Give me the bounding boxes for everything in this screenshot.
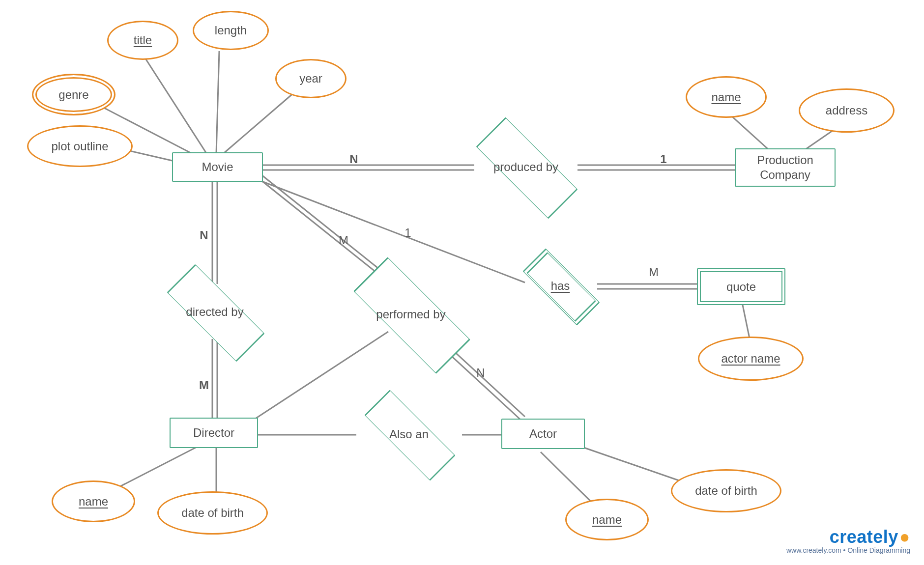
entity-label: quote (726, 280, 756, 294)
entity-movie: Movie (172, 152, 263, 182)
card-pc-produced-1: 1 (654, 152, 673, 166)
attr-label: date of birth (695, 483, 757, 498)
attr-quote-actor-name: actor name (698, 337, 804, 381)
entity-label: Actor (529, 426, 557, 441)
attr-pc-address: address (799, 88, 895, 133)
card-movie-has-1: 1 (398, 226, 418, 240)
card-actor-performed-n: N (471, 366, 491, 380)
card-director-directed-m: M (194, 378, 214, 392)
watermark-sub: www.creately.com • Online Diagramming (786, 546, 910, 554)
card-movie-directed-n: N (194, 228, 214, 242)
entity-label: Director (193, 425, 234, 440)
card-movie-performed-m: M (334, 233, 353, 247)
attr-director-name: name (52, 480, 135, 522)
attr-label: length (215, 23, 247, 38)
er-diagram-canvas: genre title length year plot outline nam… (0, 0, 924, 565)
card-quote-has-m: M (644, 265, 664, 279)
attr-plot-outline: plot outline (27, 125, 133, 167)
watermark-brand: creately● (786, 527, 910, 547)
attr-genre: genre (32, 74, 116, 115)
svg-line-1 (143, 54, 206, 153)
attr-label: address (826, 103, 867, 118)
connector-layer (0, 0, 924, 565)
entity-director: Director (170, 418, 258, 448)
attr-label: actor name (721, 351, 780, 366)
entity-actor: Actor (501, 419, 585, 449)
attr-year: year (275, 59, 346, 98)
entity-production-company: Production Company (735, 148, 836, 187)
attr-director-dob: date of birth (157, 491, 268, 535)
watermark: creately● www.creately.com • Online Diag… (786, 527, 910, 554)
attr-label: name (79, 494, 108, 509)
attr-length: length (193, 11, 269, 50)
attr-label: name (711, 90, 741, 105)
attr-actor-name: name (565, 499, 649, 540)
attr-title: title (107, 21, 178, 60)
card-movie-produced-n: N (344, 152, 364, 166)
attr-label: title (134, 33, 152, 48)
entity-label: Production Company (757, 153, 813, 182)
entity-quote: quote (697, 268, 785, 305)
svg-line-3 (224, 86, 302, 153)
entity-label: Movie (202, 160, 233, 174)
watermark-brand-text: creately (830, 527, 898, 547)
attr-label: name (592, 512, 622, 527)
svg-line-9 (111, 447, 197, 491)
svg-line-2 (216, 51, 219, 153)
attr-label: date of birth (181, 506, 244, 520)
svg-line-13 (253, 332, 388, 420)
attr-actor-dob: date of birth (671, 469, 781, 512)
bulb-icon: ● (899, 527, 910, 547)
attr-label: year (299, 71, 322, 86)
attr-label: plot outline (51, 139, 108, 154)
attr-label: genre (58, 87, 88, 102)
attr-pc-name: name (686, 76, 767, 118)
